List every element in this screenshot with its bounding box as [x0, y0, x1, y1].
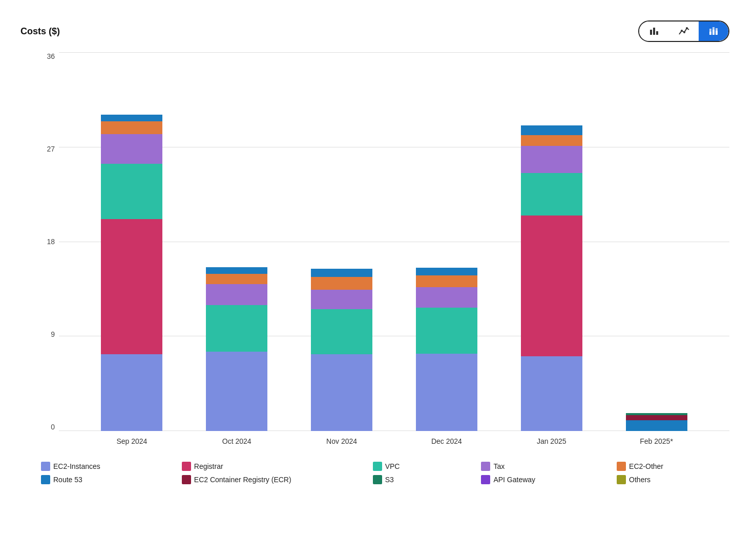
bar-group-feb2025 — [626, 413, 687, 431]
seg-route53-feb — [626, 420, 687, 431]
vpc-label: VPC — [385, 462, 400, 470]
seg-vpc-oct — [206, 305, 267, 352]
y-label-18: 18 — [47, 238, 55, 246]
x-label-sep: Sep 2024 — [101, 437, 162, 445]
legend-vpc: VPC — [373, 462, 466, 471]
seg-tax-jan — [521, 146, 582, 173]
seg-ec2other-sep — [101, 121, 162, 134]
bar-sep2024 — [101, 115, 162, 431]
svg-rect-8 — [712, 30, 715, 35]
bar-group-dec2024 — [416, 268, 477, 431]
svg-point-3 — [681, 30, 683, 32]
bar-oct2024 — [206, 267, 267, 431]
svg-rect-7 — [709, 29, 711, 32]
legend-registrar: Registrar — [182, 462, 358, 471]
seg-ec2other-jan — [521, 135, 582, 146]
svg-rect-1 — [653, 28, 655, 35]
seg-route53-sep — [101, 115, 162, 121]
y-label-9: 9 — [51, 330, 55, 338]
vpc-swatch — [373, 462, 382, 471]
svg-point-4 — [683, 31, 685, 33]
chart-area: 36 27 18 9 0 — [41, 52, 729, 451]
seg-tax-sep — [101, 134, 162, 164]
seg-ecr-feb — [626, 415, 687, 420]
seg-tax-nov — [311, 290, 372, 309]
bar-jan2025 — [521, 125, 582, 431]
legend-tax: Tax — [481, 462, 601, 471]
svg-rect-0 — [650, 30, 652, 35]
ec2-other-label: EC2-Other — [629, 462, 663, 470]
ecr-label: EC2 Container Registry (ECR) — [194, 476, 291, 484]
chart-header: Costs ($) — [20, 20, 729, 42]
ec2-instances-label: EC2-Instances — [53, 462, 100, 470]
route53-swatch — [41, 475, 50, 484]
route53-label: Route 53 — [53, 476, 82, 484]
chart-plot: Sep 2024 Oct 2024 Nov 2024 Dec 2024 Jan … — [59, 52, 729, 451]
ec2-other-swatch — [617, 462, 626, 471]
y-label-0: 0 — [51, 423, 55, 431]
seg-route53-nov — [311, 269, 372, 277]
seg-ec2-jan — [521, 356, 582, 431]
s3-swatch — [373, 475, 382, 484]
x-label-nov: Nov 2024 — [311, 437, 372, 445]
y-axis: 36 27 18 9 0 — [41, 52, 59, 451]
ec2-instances-swatch — [41, 462, 50, 471]
chart-controls — [638, 20, 729, 42]
bar-dec2024 — [416, 268, 477, 431]
legend-s3: S3 — [373, 475, 466, 484]
bars-wrapper — [59, 52, 729, 431]
x-label-jan: Jan 2025 — [521, 437, 582, 445]
y-label-36: 36 — [47, 52, 55, 60]
seg-ec2other-oct — [206, 274, 267, 284]
seg-vpc-nov — [311, 309, 372, 354]
seg-tax-dec — [416, 287, 477, 308]
chart-title: Costs ($) — [20, 26, 60, 37]
line-chart-btn[interactable] — [669, 21, 699, 41]
legend-ecr: EC2 Container Registry (ECR) — [182, 475, 358, 484]
cost-chart: Costs ($) — [10, 10, 745, 494]
seg-ec2-dec — [416, 354, 477, 431]
svg-rect-10 — [716, 31, 718, 35]
svg-rect-11 — [716, 28, 718, 31]
seg-ec2other-dec — [416, 275, 477, 287]
seg-ec2-sep — [101, 354, 162, 431]
seg-ec2-nov — [311, 354, 372, 431]
stacked-bar-chart-btn[interactable] — [699, 21, 728, 41]
seg-registrar-sep — [101, 219, 162, 355]
chart-legend: EC2-Instances Registrar VPC Tax EC2-Othe… — [41, 462, 729, 484]
bar-group-oct2024 — [206, 267, 267, 431]
x-labels: Sep 2024 Oct 2024 Nov 2024 Dec 2024 Jan … — [59, 431, 729, 451]
api-gateway-label: API Gateway — [493, 476, 535, 484]
api-gateway-swatch — [481, 475, 490, 484]
legend-api-gateway: API Gateway — [481, 475, 601, 484]
legend-ec2-other: EC2-Other — [617, 462, 729, 471]
seg-registrar-jan — [521, 216, 582, 356]
seg-vpc-sep — [101, 164, 162, 219]
y-label-27: 27 — [47, 145, 55, 153]
others-label: Others — [629, 476, 651, 484]
seg-route53-oct — [206, 267, 267, 274]
bar-feb2025 — [626, 413, 687, 431]
x-label-oct: Oct 2024 — [206, 437, 267, 445]
seg-ec2-oct — [206, 352, 267, 431]
bar-group-sep2024 — [101, 115, 162, 431]
svg-point-5 — [686, 27, 688, 29]
legend-others: Others — [617, 475, 729, 484]
others-swatch — [617, 475, 626, 484]
x-label-feb: Feb 2025* — [626, 437, 687, 445]
ecr-swatch — [182, 475, 191, 484]
svg-rect-9 — [712, 27, 715, 30]
seg-vpc-jan — [521, 173, 582, 216]
tax-label: Tax — [493, 462, 505, 470]
bar-chart-btn[interactable] — [639, 21, 669, 41]
tax-swatch — [481, 462, 490, 471]
svg-rect-6 — [709, 32, 711, 35]
s3-label: S3 — [385, 476, 394, 484]
bar-group-nov2024 — [311, 269, 372, 431]
legend-ec2-instances: EC2-Instances — [41, 462, 166, 471]
seg-ec2other-nov — [311, 277, 372, 290]
seg-route53-dec — [416, 268, 477, 275]
seg-route53-jan — [521, 125, 582, 135]
registrar-swatch — [182, 462, 191, 471]
bar-nov2024 — [311, 269, 372, 431]
